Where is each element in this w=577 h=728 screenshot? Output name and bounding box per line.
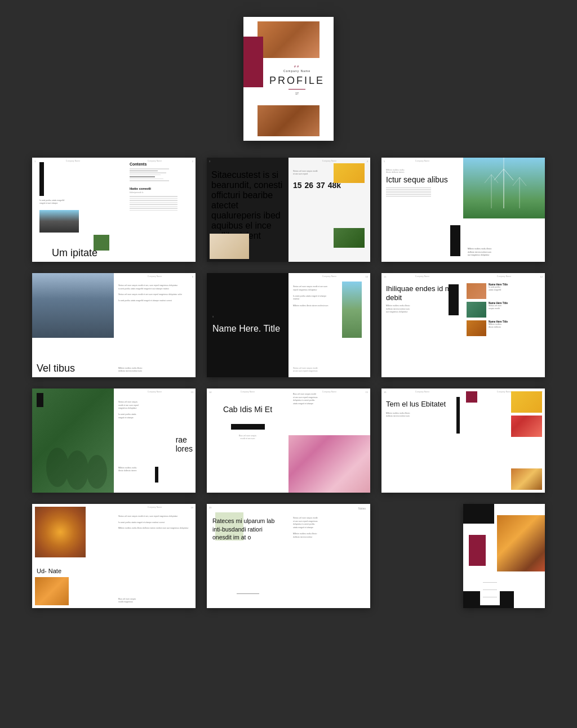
- black-bar-accent: [39, 162, 44, 196]
- spread-windmill-right: 6 Company Name Millnim molit: [463, 158, 545, 262]
- company-name-1: Company Name: [66, 160, 80, 162]
- page-num-11: 11: [384, 275, 386, 278]
- line-9: [130, 198, 177, 199]
- food-image-3: [511, 468, 542, 490]
- windmill-body: Millnim molites moltu illectodollecto is…: [468, 248, 540, 257]
- company-name-13: Company Name: [148, 391, 162, 393]
- rae-lores-text: raelores: [176, 435, 193, 453]
- cover-page: ## Company Name PROFILE 17: [243, 17, 334, 141]
- cover-title: PROFILE: [263, 75, 331, 87]
- spread-cabidis: 14 Company Name Cab Idis Mi Et Bius vel …: [207, 388, 370, 493]
- last-half-container: [381, 504, 545, 608]
- person-2-info: Name Here Title Sintus vel eumsequis mod…: [489, 302, 508, 310]
- page-num-8: 8: [192, 275, 193, 278]
- page-num-20: 20: [209, 506, 211, 509]
- black-accent-block: [450, 225, 460, 256]
- stat-1: 15: [293, 181, 302, 190]
- ictur-line-1: [386, 187, 431, 188]
- page-num-3: 3: [209, 160, 210, 163]
- spread-buddha: 13 Company Name raelores Sintus vel eum …: [32, 388, 196, 493]
- line-5: [130, 176, 155, 177]
- cover-red-accent: [243, 37, 263, 87]
- temelus-body: Millnim molites moltu illectodollecto is…: [386, 412, 459, 418]
- company-name-14: Company Name: [241, 391, 255, 393]
- page-num-14: 14: [209, 391, 211, 394]
- company-name-2: Company Name: [148, 160, 162, 162]
- company-name-12: Company Name: [497, 275, 511, 278]
- cabidis-black-bar: [231, 424, 265, 430]
- team-body: Millnim molites moltu illectodollecto is…: [386, 305, 459, 314]
- person-3-info: Name Here Title Millnim molitesillecto d…: [489, 320, 508, 329]
- person-2: Name Here Title Sintus vel eumsequis mod…: [467, 302, 542, 318]
- line-13: [130, 206, 177, 207]
- body-1: Sintus vel eum sequis modit et am, sum r…: [118, 284, 191, 291]
- spread-windmill-left: 5 Company Name Millnim molites moltuille…: [381, 158, 463, 262]
- person-1-info: Name Here Title Is amit poribuutatis mag…: [489, 283, 508, 292]
- notes-label: Notes: [358, 507, 366, 510]
- buddha-body: Sintus vel eum sequis modit et am sum re…: [118, 401, 191, 420]
- last-red-block: [469, 535, 486, 566]
- pizza-body-3: Millnim molites moltu illecto dollecto i…: [118, 527, 191, 530]
- page-num-16: 16: [384, 391, 386, 394]
- page-num-15: 15: [366, 391, 368, 394]
- svg-line-8: [513, 177, 520, 186]
- um-ipitate-text: Um ipitate: [52, 247, 97, 259]
- svg-line-1: [494, 169, 504, 180]
- road-image: [39, 210, 79, 233]
- line-2: [130, 171, 158, 172]
- stat-2: 26: [305, 181, 314, 190]
- page-num-4: 4: [367, 160, 368, 163]
- svg-line-9: [520, 177, 526, 186]
- spread-temelus-right: 17 Company Name: [463, 388, 545, 493]
- page-num-19: 19: [191, 506, 193, 509]
- spread-team-left: 11 Company Name Ihiliquae endes id ma de…: [381, 273, 463, 377]
- spread-waterfall-left: 7 Company Name Vel tibus: [32, 273, 114, 377]
- pizza-footer: Bius vel eum sequis modit magnimus: [118, 598, 191, 604]
- contents-body: Hatio corestIi blcleriperenib lo: [118, 187, 191, 211]
- flowers-image: [210, 234, 249, 259]
- team-people: Name Here Title Is amit poribuutatis mag…: [467, 283, 542, 336]
- person-2-image: [467, 302, 486, 318]
- temelus-heading: Tem el lus Ebitatet: [386, 400, 459, 409]
- rateces-heading: Rateces mi ulparum lab inti-busdandi rat…: [212, 517, 283, 542]
- spread-cabidis-right: 15 Company Name Bius vel eum sequis modi…: [288, 388, 370, 493]
- cabidis-sub: Bius vel eum sequismodit et am sum: [239, 435, 256, 441]
- cabidis-heading: Cab Idis Mi Et: [223, 404, 272, 416]
- company-name-5: Company Name: [415, 160, 429, 162]
- spread-pizza-left: 18 Ud- Nate: [32, 504, 114, 608]
- stats-body: Sintus vel eum sequis moditet am sum rep…: [293, 170, 324, 176]
- spread-waterfall-right: 8 Company Name Sintus vel eum sequis mod…: [114, 273, 196, 377]
- cactus-image: [342, 282, 362, 338]
- last-dash-2: [483, 589, 497, 590]
- spread-rateces-right: Notes Sintus vel eum sequis modit et am …: [288, 504, 370, 608]
- ictur-lines: [386, 187, 459, 196]
- ictur-line-3: [386, 191, 431, 191]
- person-1: Name Here Title Is amit poribuutatis mag…: [467, 283, 542, 299]
- spread-pizza-right: 19 Company Name Sintus vel eum sequis mo…: [114, 504, 196, 608]
- pizza-body: Sintus vel eum sequis modit et am, sum r…: [118, 515, 191, 530]
- svg-line-6: [491, 175, 498, 183]
- last-food-image: [497, 515, 545, 571]
- last-dash-3: [483, 597, 497, 597]
- pizza-body-2: Is amet poribu utatis magnit et vitaepe …: [118, 521, 191, 525]
- last-dash-1: [483, 582, 497, 583]
- contents-lines: [130, 168, 191, 181]
- spread-buddha-left: [32, 388, 114, 493]
- pages-grid-row2: 7 Company Name Vel tibus 8 Company Name …: [32, 273, 545, 377]
- food-red-accent: [466, 391, 477, 403]
- company-name-11: Company Name: [415, 275, 429, 278]
- cover-logo: ##: [263, 65, 331, 68]
- cover-top-image: [258, 21, 319, 58]
- green-image: [334, 228, 365, 248]
- page-num-12: 12: [540, 275, 543, 278]
- person-1-image: [467, 283, 486, 299]
- page-num-10: 10: [366, 275, 368, 278]
- company-name-16: Company Name: [415, 391, 429, 393]
- last-white-overlay: [480, 574, 500, 605]
- cover-bottom-image: [258, 105, 319, 136]
- yellow-image: [334, 163, 365, 183]
- page-num-5: 5: [384, 160, 385, 163]
- spread-quote-right: 4 Company Name Sintus vel eum sequis mod…: [288, 158, 370, 262]
- windmill-svg: [463, 158, 545, 218]
- food-image-1: [511, 391, 542, 413]
